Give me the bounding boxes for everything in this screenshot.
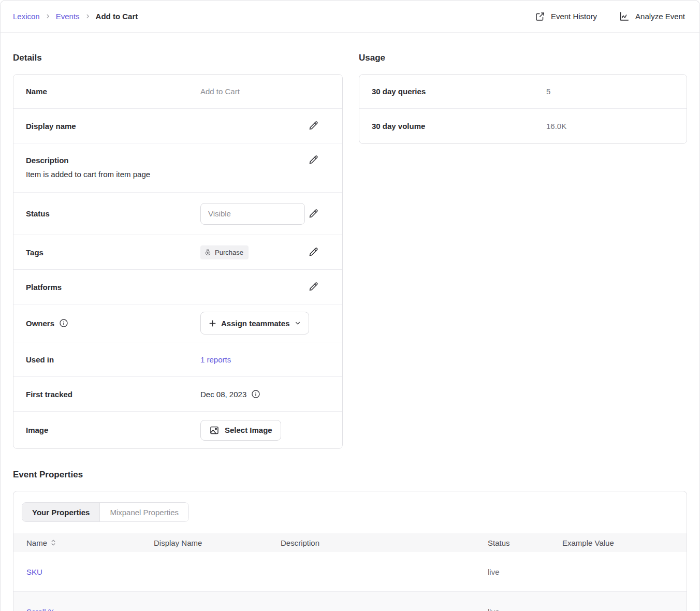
details-row-platforms: Platforms <box>13 270 342 304</box>
first-tracked-label: First tracked <box>26 390 200 399</box>
pencil-icon <box>308 247 318 257</box>
status-value: Visible <box>208 209 231 218</box>
money-bag-icon <box>205 249 211 256</box>
description-value: Item is added to cart from item page <box>26 170 319 179</box>
analyze-event-button[interactable]: Analyze Event <box>619 11 685 22</box>
column-header-description: Description <box>281 539 488 547</box>
property-link-scroll[interactable]: Scroll % <box>26 607 55 611</box>
used-in-reports-link[interactable]: 1 reports <box>200 355 231 364</box>
used-in-label: Used in <box>26 355 200 364</box>
usage-volume-label: 30 day volume <box>372 122 546 130</box>
event-properties-card: Your Properties Mixpanel Properties Name <box>13 491 687 611</box>
info-icon[interactable] <box>59 318 68 328</box>
pencil-icon <box>308 282 318 292</box>
chevron-right-icon <box>45 13 51 19</box>
table-row: SKU live <box>13 552 687 592</box>
analyze-event-label: Analyze Event <box>635 12 685 21</box>
column-header-status: Status <box>488 539 562 547</box>
topbar-actions: Event History Analyze Event <box>535 11 685 22</box>
usage-title: Usage <box>359 53 687 63</box>
select-image-button[interactable]: Select Image <box>200 420 281 441</box>
column-header-display-name: Display Name <box>154 539 281 547</box>
details-row-display-name: Display name <box>13 109 342 143</box>
main-content: Details Name Add to Cart Display name <box>1 33 699 611</box>
edit-display-name-button[interactable] <box>307 120 319 132</box>
display-name-label: Display name <box>26 122 200 130</box>
usage-card: 30 day queries 5 30 day volume 16.0K <box>359 74 687 144</box>
external-link-icon <box>535 11 545 22</box>
pencil-icon <box>308 155 318 165</box>
owners-label: Owners <box>26 319 54 328</box>
usage-section: Usage 30 day queries 5 30 day volume 16.… <box>359 33 687 144</box>
platforms-label: Platforms <box>26 283 200 292</box>
edit-tags-button[interactable] <box>307 246 319 258</box>
image-label: Image <box>26 426 200 434</box>
details-card: Name Add to Cart Display name <box>13 74 343 449</box>
column-name-label: Name <box>26 539 47 547</box>
event-history-label: Event History <box>551 12 597 21</box>
event-properties-section: Event Properties Your Properties Mixpane… <box>13 470 687 611</box>
table-row: Scroll % live <box>13 592 687 611</box>
plus-icon <box>209 319 216 327</box>
edit-platforms-button[interactable] <box>307 281 319 293</box>
details-row-tags: Tags Purchase <box>13 235 342 270</box>
column-header-name[interactable]: Name <box>26 539 154 547</box>
tags-label: Tags <box>26 248 200 257</box>
assign-teammates-button[interactable]: Assign teammates <box>200 312 309 334</box>
description-label: Description <box>26 156 69 165</box>
tab-your-properties[interactable]: Your Properties <box>22 503 99 521</box>
select-image-label: Select Image <box>225 426 272 434</box>
pencil-icon <box>308 209 318 219</box>
image-icon <box>209 425 220 435</box>
chevron-right-icon <box>85 13 91 19</box>
edit-status-button[interactable] <box>307 208 319 220</box>
tag-chip-purchase[interactable]: Purchase <box>200 245 249 259</box>
name-value: Add to Cart <box>200 87 240 96</box>
properties-tab-group: Your Properties Mixpanel Properties <box>22 502 189 522</box>
property-status: live <box>488 568 562 576</box>
column-header-example-value: Example Value <box>562 539 687 547</box>
details-row-name: Name Add to Cart <box>13 75 342 109</box>
status-select[interactable]: Visible <box>200 203 305 225</box>
chevron-down-icon <box>295 320 301 326</box>
tag-chip-label: Purchase <box>215 249 243 256</box>
details-row-first-tracked: First tracked Dec 08, 2023 <box>13 377 342 412</box>
event-properties-title: Event Properties <box>13 470 687 480</box>
properties-table-header: Name Display Name Description Status Exa… <box>13 533 687 552</box>
usage-row-queries: 30 day queries 5 <box>359 75 687 109</box>
details-section: Details Name Add to Cart Display name <box>13 33 343 449</box>
tab-mixpanel-properties[interactable]: Mixpanel Properties <box>99 503 188 521</box>
event-history-button[interactable]: Event History <box>535 11 597 22</box>
topbar: Lexicon Events Add to Cart Event Histo <box>1 1 699 33</box>
name-label: Name <box>26 87 200 96</box>
property-status: live <box>488 607 562 611</box>
usage-row-volume: 30 day volume 16.0K <box>359 109 687 143</box>
details-row-status: Status Visible <box>13 193 342 235</box>
details-title: Details <box>13 53 343 63</box>
pencil-icon <box>308 121 318 131</box>
details-row-owners: Owners <box>13 304 342 342</box>
info-icon[interactable] <box>251 389 260 399</box>
first-tracked-value: Dec 08, 2023 <box>200 390 246 399</box>
lexicon-event-detail-page: Lexicon Events Add to Cart Event Histo <box>0 0 700 611</box>
details-row-description: Description Item is added to ca <box>13 143 342 193</box>
usage-queries-value: 5 <box>546 87 550 96</box>
usage-volume-value: 16.0K <box>546 122 566 130</box>
property-link-sku[interactable]: SKU <box>26 568 42 576</box>
breadcrumb: Lexicon Events Add to Cart <box>13 12 138 21</box>
sort-icon <box>51 539 56 546</box>
status-label: Status <box>26 209 200 218</box>
breadcrumb-lexicon[interactable]: Lexicon <box>13 12 40 21</box>
edit-description-button[interactable] <box>307 154 319 166</box>
usage-queries-label: 30 day queries <box>372 87 546 96</box>
breadcrumb-events[interactable]: Events <box>56 12 80 21</box>
details-row-used-in: Used in 1 reports <box>13 342 342 377</box>
details-row-image: Image Select Image <box>13 412 342 448</box>
breadcrumb-current: Add to Cart <box>96 12 138 21</box>
line-chart-icon <box>619 11 630 22</box>
assign-teammates-label: Assign teammates <box>221 319 290 328</box>
